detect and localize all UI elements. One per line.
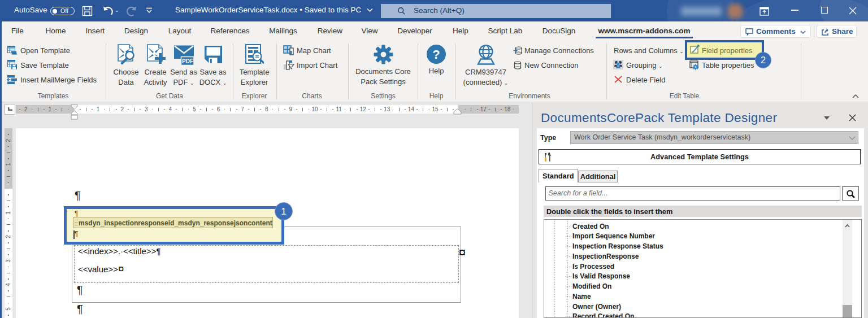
- svg-text:?: ?: [432, 47, 440, 62]
- svg-text:PDF: PDF: [182, 58, 193, 64]
